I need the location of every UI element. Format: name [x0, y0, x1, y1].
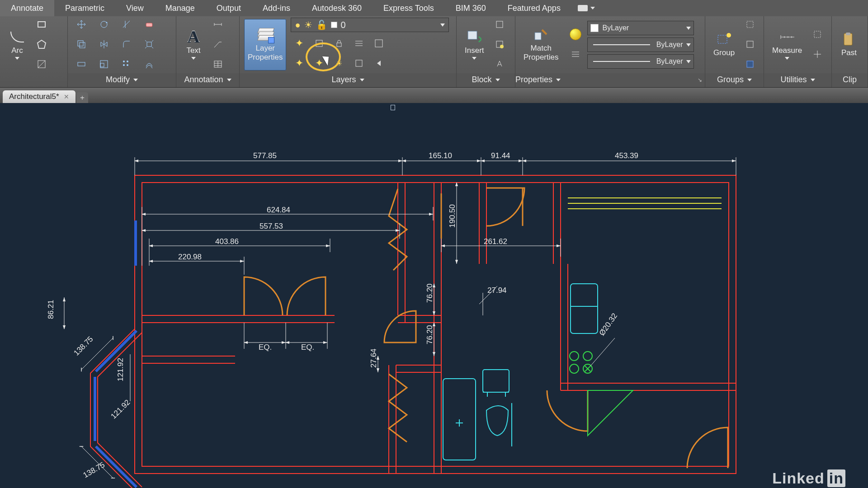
watermark-text: Linked	[772, 469, 825, 487]
leader-button[interactable]	[209, 36, 227, 53]
color-bylayer-dropdown[interactable]: ByLayer	[587, 21, 694, 35]
menu-expresstools[interactable]: Express Tools	[373, 0, 445, 16]
svg-rect-7	[80, 42, 85, 48]
svg-rect-6	[78, 41, 83, 46]
close-icon[interactable]: ✕	[64, 93, 69, 100]
current-layer-dropdown[interactable]: ● ☀ 🔓 0	[291, 18, 449, 32]
panel-utilities-title[interactable]: Utilities	[764, 73, 831, 87]
drawing-canvas[interactable]: 577.85 165.10 91.44 453.39 624.84 557.53…	[0, 103, 868, 488]
layer-thaw-button[interactable]: ☀	[330, 55, 348, 72]
list-button[interactable]	[566, 46, 585, 63]
paste-button[interactable]: Past	[836, 19, 862, 70]
group-bbox-button[interactable]	[741, 56, 759, 73]
fixtures-green	[570, 352, 633, 436]
arc-icon	[10, 32, 24, 42]
layer-sun-icon: ☀	[304, 19, 312, 30]
rotate-button[interactable]	[95, 16, 113, 33]
block-create-button[interactable]	[491, 16, 509, 33]
dropdown-icon	[15, 57, 19, 60]
dropdown-icon	[440, 23, 445, 27]
menu-autodesk360[interactable]: Autodesk 360	[301, 0, 373, 16]
document-tab[interactable]: Architectural5* ✕	[3, 90, 75, 103]
menu-parametric[interactable]: Parametric	[54, 0, 115, 16]
select-all-button[interactable]	[808, 26, 826, 43]
panel-clipboard-title[interactable]: Clip	[832, 73, 868, 87]
quick-calc-button[interactable]	[808, 46, 826, 63]
draw-rectangle-button[interactable]	[33, 16, 51, 33]
text-button[interactable]: A Text	[181, 19, 206, 70]
explode-button[interactable]	[140, 36, 158, 53]
svg-rect-28	[747, 21, 753, 28]
layer-properties-button[interactable]: Layer Properties	[244, 19, 286, 70]
arc-button[interactable]: Arc	[5, 19, 30, 70]
stretch-button[interactable]	[72, 56, 90, 73]
panel-draw: Arc .	[0, 16, 68, 87]
layer-previous-button[interactable]	[370, 55, 387, 72]
layer-freeze-button[interactable]	[311, 35, 328, 52]
panel-properties-title[interactable]: Properties↘	[515, 73, 705, 87]
layer-match-button[interactable]	[370, 35, 387, 52]
dropdown-icon	[472, 57, 476, 60]
svg-point-13	[127, 61, 128, 62]
draw-hatch-button[interactable]	[33, 56, 51, 73]
layer-isolate-button[interactable]: ✦	[291, 55, 308, 72]
measure-button[interactable]: Measure	[769, 19, 806, 70]
table-button[interactable]	[209, 56, 227, 73]
svg-rect-9	[78, 62, 85, 66]
panel-modify-title[interactable]: Modify	[68, 73, 176, 87]
array-button[interactable]	[118, 56, 136, 73]
menu-addins[interactable]: Add-ins	[252, 0, 301, 16]
menu-featuredapps[interactable]: Featured Apps	[497, 0, 571, 16]
freeze-icon: ✦	[295, 38, 303, 49]
layer-make-current-button[interactable]	[350, 35, 368, 52]
svg-point-27	[726, 33, 731, 38]
layer-states-button[interactable]	[350, 55, 368, 72]
menu-view[interactable]: View	[115, 0, 155, 16]
svg-point-51	[583, 352, 592, 361]
draw-polygon-button[interactable]	[33, 36, 51, 53]
fillet-button[interactable]	[118, 36, 136, 53]
mirror-button[interactable]	[95, 36, 113, 53]
group-edit-button[interactable]	[741, 36, 759, 53]
group-button[interactable]: Group	[710, 19, 738, 70]
layer-lock-button[interactable]	[330, 35, 348, 52]
panel-annotation-title[interactable]: Annotation	[176, 73, 239, 87]
dimension-button[interactable]	[209, 16, 227, 33]
walls	[90, 175, 736, 488]
insert-button[interactable]: Insert	[461, 19, 488, 70]
new-tab-button[interactable]: ＋	[76, 92, 88, 103]
move-button[interactable]	[72, 16, 90, 33]
dim-138a: 138.75	[72, 335, 94, 357]
panel-clipboard: Past Clip	[832, 16, 868, 87]
color-wheel-button[interactable]	[566, 26, 585, 43]
dim-624: 624.84	[267, 206, 290, 214]
dim-76a: 76.20	[425, 283, 434, 303]
menu-bim360[interactable]: BIM 360	[445, 0, 497, 16]
linetype-bylayer-dropdown[interactable]: ByLayer	[587, 54, 694, 69]
panel-layers-title[interactable]: Layers	[240, 73, 456, 87]
layer-off-button[interactable]: ✦	[291, 35, 308, 52]
erase-button[interactable]	[140, 16, 158, 33]
video-icon[interactable]	[578, 5, 588, 11]
menu-manage[interactable]: Manage	[155, 0, 206, 16]
video-dropdown-icon[interactable]	[590, 7, 595, 9]
panel-block-title[interactable]: Block	[457, 73, 515, 87]
mouse-cursor-icon	[325, 54, 333, 65]
panel-expand-icon[interactable]: ↘	[698, 77, 702, 83]
copy-button[interactable]	[72, 36, 90, 53]
dropdown-icon	[227, 79, 231, 81]
windows	[95, 221, 137, 487]
menu-output[interactable]: Output	[206, 0, 252, 16]
ungroup-button[interactable]	[741, 16, 759, 33]
menu-annotate[interactable]: Annotate	[0, 0, 54, 16]
trim-button[interactable]	[118, 16, 136, 33]
scale-button[interactable]	[95, 56, 113, 73]
match-properties-button[interactable]: Match Properties	[520, 19, 562, 70]
svg-rect-43	[571, 284, 598, 333]
dropdown-icon	[785, 57, 789, 60]
lineweight-bylayer-dropdown[interactable]: ByLayer	[587, 38, 694, 52]
block-attribute-button[interactable]	[491, 56, 509, 73]
block-edit-button[interactable]	[491, 36, 509, 53]
offset-button[interactable]	[140, 56, 158, 73]
panel-groups-title[interactable]: Groups	[705, 73, 764, 87]
